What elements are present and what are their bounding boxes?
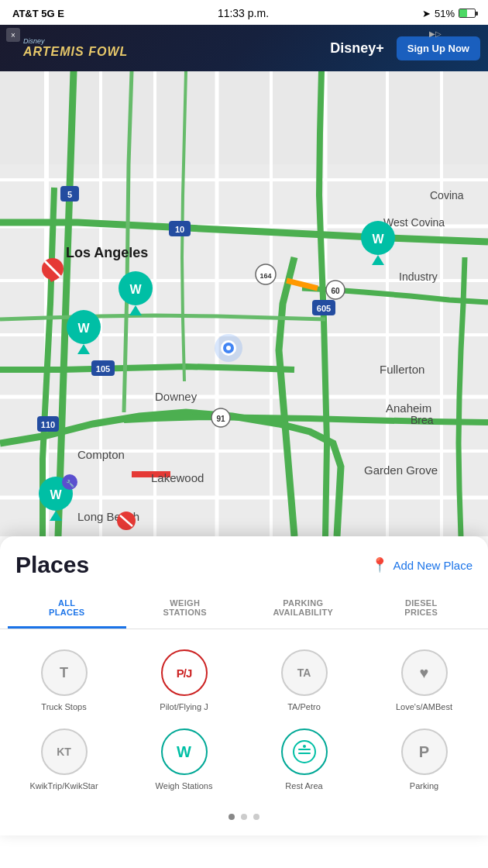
svg-text:West Covina: West Covina	[383, 216, 445, 229]
svg-text:W: W	[129, 283, 142, 296]
battery-percent: 51%	[435, 8, 455, 19]
svg-text:Lakewood: Lakewood	[151, 471, 204, 484]
carrier-label: AT&T 5G E	[12, 8, 64, 19]
tab-parking-availability[interactable]: PARKINGAVAILABILITY	[244, 591, 363, 629]
category-pilot-flying-j[interactable]: P/J Pilot/Flying J	[128, 645, 240, 716]
svg-text:10: 10	[175, 225, 184, 234]
svg-point-74	[226, 346, 231, 350]
svg-text:60: 60	[331, 287, 340, 295]
svg-text:110: 110	[41, 420, 55, 429]
ad-arrows: ▶▷	[429, 29, 442, 38]
category-ta-petro[interactable]: TA TA/Petro	[248, 645, 360, 716]
svg-point-79	[294, 741, 315, 763]
rest-area-label: Rest Area	[285, 781, 322, 790]
svg-text:Brea: Brea	[411, 414, 434, 426]
svg-text:Covina: Covina	[430, 189, 464, 202]
truck-stops-label: Truck Stops	[41, 702, 86, 711]
pilot-flying-j-label: Pilot/Flying J	[160, 702, 208, 711]
page-dot-2	[241, 814, 247, 820]
status-right: ➤ 51%	[422, 8, 476, 19]
time-label: 11:33 p.m.	[218, 7, 269, 19]
bottom-sheet-header: Places 📍 Add New Place	[0, 552, 488, 591]
svg-point-82	[303, 745, 306, 748]
tab-all-places[interactable]: ALLPLACES	[8, 591, 126, 629]
category-loves-ambest[interactable]: ♥ Love's/AMBest	[368, 645, 480, 716]
add-place-icon: 📍	[371, 556, 388, 574]
category-truck-stops[interactable]: T Truck Stops	[8, 645, 120, 716]
ad-signup-button[interactable]: Sign Up Now	[397, 36, 480, 60]
svg-text:W: W	[372, 232, 384, 246]
tab-weigh-stations[interactable]: WEIGHSTATIONS	[126, 591, 245, 629]
ta-petro-label: TA/Petro	[287, 702, 321, 711]
svg-text:W: W	[77, 322, 90, 335]
kwiktrip-icon: KT	[41, 728, 88, 775]
svg-text:91: 91	[216, 415, 225, 423]
ta-petro-icon: TA	[281, 649, 328, 696]
ad-title: ARTEMIS FOWL	[23, 45, 330, 59]
svg-text:5: 5	[67, 190, 72, 199]
svg-text:🔧: 🔧	[66, 479, 75, 488]
svg-text:Los Angeles: Los Angeles	[66, 245, 148, 260]
svg-text:605: 605	[317, 304, 331, 313]
kwiktrip-label: KwikTrip/KwikStar	[29, 781, 98, 790]
parking-label: Parking	[410, 781, 438, 790]
svg-text:W: W	[50, 488, 62, 501]
ad-close-button[interactable]: ×	[6, 28, 20, 42]
svg-text:164: 164	[259, 272, 271, 280]
category-parking[interactable]: P Parking	[368, 724, 480, 795]
svg-text:Garden Grove: Garden Grove	[364, 463, 438, 477]
add-new-place-label: Add New Place	[393, 559, 473, 572]
svg-rect-80	[298, 749, 311, 750]
svg-text:Industry: Industry	[399, 270, 438, 283]
page-title: Places	[15, 552, 89, 578]
svg-text:Anaheim: Anaheim	[386, 401, 431, 415]
page-dot-1	[229, 814, 235, 820]
parking-icon: P	[401, 728, 448, 775]
pilot-flying-j-icon: P/J	[161, 649, 208, 696]
svg-text:Downey: Downey	[155, 390, 198, 403]
location-arrow-icon: ➤	[422, 8, 431, 19]
svg-text:105: 105	[96, 364, 110, 374]
tabs-row: ALLPLACES WEIGHSTATIONS PARKINGAVAILABIL…	[0, 591, 488, 629]
map-container[interactable]: 5 10 110 105 405 605 91 60 164	[0, 71, 488, 536]
ad-banner: × ▶▷ Disney ARTEMIS FOWL Disney+ Sign Up…	[0, 25, 488, 71]
truck-stops-icon: T	[41, 649, 88, 696]
svg-rect-81	[298, 753, 311, 754]
disney-plus-logo: Disney+	[330, 40, 384, 57]
weigh-stations-icon: W	[161, 728, 208, 775]
battery-icon	[459, 9, 476, 18]
loves-ambest-icon: ♥	[401, 649, 448, 696]
ad-logo: Disney ARTEMIS FOWL	[23, 37, 330, 59]
svg-text:Compton: Compton	[77, 448, 125, 461]
svg-text:Fullerton: Fullerton	[380, 363, 424, 376]
add-new-place-button[interactable]: 📍 Add New Place	[371, 556, 473, 574]
rest-area-icon	[281, 728, 328, 775]
bottom-sheet: Places 📍 Add New Place ALLPLACES WEIGHST…	[0, 536, 488, 835]
status-bar: AT&T 5G E 11:33 p.m. ➤ 51%	[0, 0, 488, 25]
category-weigh-stations[interactable]: W Weigh Stations	[128, 724, 240, 795]
category-rest-area[interactable]: Rest Area	[248, 724, 360, 795]
weigh-stations-label: Weigh Stations	[156, 781, 213, 790]
loves-ambest-label: Love's/AMBest	[396, 702, 452, 711]
map-svg: 5 10 110 105 405 605 91 60 164	[0, 71, 488, 536]
tab-diesel-prices[interactable]: DIESELPRICES	[363, 591, 481, 629]
categories-grid: T Truck Stops P/J Pilot/Flying J TA TA/P…	[0, 629, 488, 803]
category-kwiktrip-kwikstar[interactable]: KT KwikTrip/KwikStar	[8, 724, 120, 795]
page-dot-3	[253, 814, 259, 820]
ad-brand: Disney	[23, 37, 330, 45]
page-dots	[0, 803, 488, 835]
ad-content: Disney ARTEMIS FOWL Disney+ Sign Up Now	[0, 36, 488, 60]
